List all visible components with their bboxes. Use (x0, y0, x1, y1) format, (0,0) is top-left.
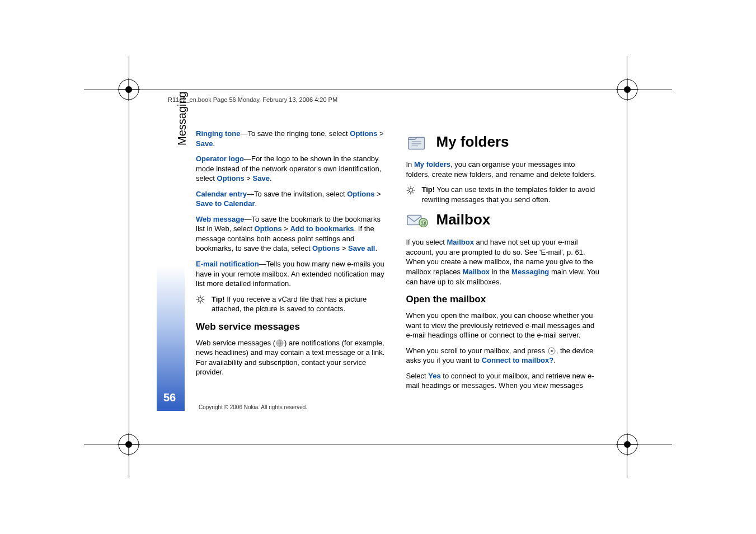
folder-icon (406, 133, 430, 152)
calendar-entry-para: Calendar entry—To save the invitation, s… (196, 189, 389, 209)
my-folders-para: In My folders, you can organise your mes… (406, 160, 600, 179)
mailbox-heading: Mailbox (436, 210, 491, 229)
tip-vcard: Tip! If you receive a vCard file that ha… (196, 294, 389, 314)
page-content: Messaging 56 Ringing tone—To save the ri… (157, 129, 599, 411)
left-column: Ringing tone—To save the ringing tone, s… (196, 129, 389, 411)
mailbox-heading-row: @ Mailbox (406, 210, 600, 229)
my-folders-heading: My folders (436, 132, 509, 152)
svg-line-24 (202, 297, 203, 298)
svg-point-43 (551, 350, 553, 352)
web-message-label: Web message (196, 215, 244, 223)
ringing-tone-label: Ringing tone (196, 129, 240, 138)
operator-logo-label: Operator logo (196, 154, 244, 163)
tip-icon (406, 186, 415, 195)
svg-line-35 (407, 187, 408, 188)
svg-line-23 (198, 302, 199, 303)
email-notification-label: E-mail notification (196, 260, 259, 268)
section-label: Messaging (176, 91, 189, 146)
calendar-entry-label: Calendar entry (196, 190, 247, 198)
joystick-press-icon (547, 346, 556, 355)
sidebar-gradient: 56 (157, 265, 185, 411)
operator-logo-para: Operator logo—For the logo to be shown i… (196, 154, 389, 184)
svg-line-22 (202, 302, 203, 303)
svg-point-30 (408, 188, 412, 192)
svg-point-16 (199, 298, 203, 302)
email-notification-para: E-mail notification—Tells you how many n… (196, 259, 389, 289)
svg-line-37 (407, 192, 408, 193)
crop-mark-horizontal (84, 90, 672, 90)
registration-mark-icon (616, 433, 638, 456)
svg-line-38 (412, 187, 414, 188)
web-service-para: Web service messages () are notification… (196, 338, 389, 377)
print-header: R1112_en.book Page 56 Monday, February 1… (168, 96, 337, 103)
open-mailbox-heading: Open the mailbox (406, 293, 600, 306)
crop-mark-vertical (627, 56, 627, 478)
my-folders-heading-row: My folders (406, 132, 600, 152)
tip-label: Tip! (212, 295, 225, 303)
crop-mark-horizontal (84, 444, 672, 444)
sidebar: Messaging 56 (157, 129, 196, 411)
ringing-tone-para: Ringing tone—To save the ringing tone, s… (196, 129, 389, 148)
tip-icon (196, 295, 205, 304)
svg-line-36 (412, 192, 414, 193)
copyright-footer: Copyright © 2006 Nokia. All rights reser… (199, 404, 307, 411)
crop-mark-vertical (129, 56, 129, 478)
open-mailbox-para3: Select Yes to connect to your mailbox, a… (406, 371, 600, 391)
svg-text:@: @ (420, 219, 426, 226)
page-number: 56 (163, 391, 176, 404)
tip-templates: Tip! You can use texts in the templates … (406, 185, 600, 204)
svg-line-21 (198, 297, 199, 298)
open-mailbox-para2: When you scroll to your mailbox, and pre… (406, 346, 600, 366)
web-message-para: Web message—To save the bookmark to the … (196, 214, 389, 254)
mailbox-para: If you select Mailbox and have not set u… (406, 237, 600, 287)
globe-icon (275, 339, 284, 348)
web-service-heading: Web service messages (196, 321, 389, 334)
mailbox-icon: @ (406, 210, 430, 229)
open-mailbox-para1: When you open the mailbox, you can choos… (406, 311, 600, 340)
right-column: My folders In My folders, you can organi… (406, 129, 600, 411)
tip-label: Tip! (422, 185, 435, 194)
